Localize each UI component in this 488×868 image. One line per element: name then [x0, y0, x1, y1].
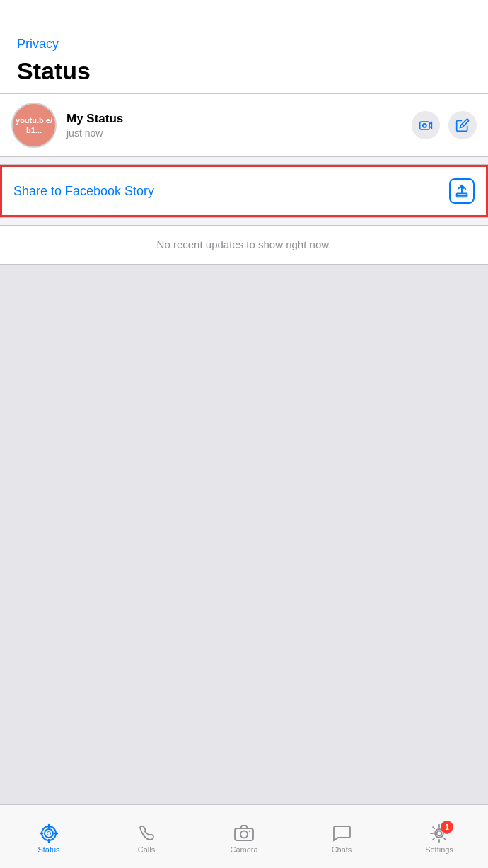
- svg-rect-11: [235, 828, 253, 840]
- svg-point-13: [249, 831, 250, 832]
- settings-badge: 1: [441, 821, 453, 833]
- share-facebook-label: Share to Facebook Story: [13, 184, 154, 199]
- back-button[interactable]: Privacy: [17, 37, 471, 52]
- svg-rect-0: [420, 122, 429, 129]
- status-time: just now: [66, 127, 412, 139]
- empty-space: [0, 265, 488, 804]
- calls-icon: [136, 823, 156, 843]
- tab-settings[interactable]: 1 Settings: [390, 805, 488, 857]
- svg-point-14: [437, 831, 442, 836]
- status-name: My Status: [66, 112, 412, 126]
- status-actions: [412, 111, 477, 139]
- avatar: youtu.b e/b1...: [11, 103, 57, 148]
- status-icon: [39, 823, 59, 843]
- svg-point-12: [240, 831, 248, 838]
- tab-camera[interactable]: Camera: [195, 805, 293, 857]
- camera-button[interactable]: [412, 111, 440, 139]
- tab-calls-label: Calls: [138, 845, 155, 854]
- section-gap-2: [0, 218, 488, 225]
- section-gap-1: [0, 157, 488, 164]
- page-title: Status: [17, 57, 471, 85]
- svg-point-6: [47, 832, 51, 835]
- status-info: My Status just now: [66, 112, 412, 139]
- camera-tab-icon: [234, 823, 254, 843]
- svg-point-5: [45, 829, 53, 838]
- share-facebook-row[interactable]: Share to Facebook Story: [0, 165, 488, 217]
- tab-calls[interactable]: Calls: [98, 805, 195, 857]
- edit-button[interactable]: [448, 111, 477, 139]
- tab-settings-label: Settings: [425, 845, 453, 854]
- share-icon: [449, 178, 475, 204]
- header: Privacy Status: [0, 0, 488, 93]
- avatar-text: youtu.b e/b1...: [13, 112, 55, 139]
- tab-chats[interactable]: Chats: [293, 805, 390, 857]
- chats-icon: [332, 823, 352, 843]
- settings-icon: 1: [429, 823, 449, 843]
- no-updates-text: No recent updates to show right now.: [157, 238, 332, 250]
- tab-status-label: Status: [37, 845, 59, 854]
- tab-chats-label: Chats: [332, 845, 352, 854]
- no-updates-section: No recent updates to show right now.: [0, 226, 488, 264]
- svg-point-1: [423, 124, 426, 127]
- tab-bar: Status Calls Camera Chats: [0, 804, 488, 868]
- my-status-row: youtu.b e/b1... My Status just now: [0, 94, 488, 156]
- tab-camera-label: Camera: [230, 845, 257, 854]
- tab-status[interactable]: Status: [0, 805, 98, 857]
